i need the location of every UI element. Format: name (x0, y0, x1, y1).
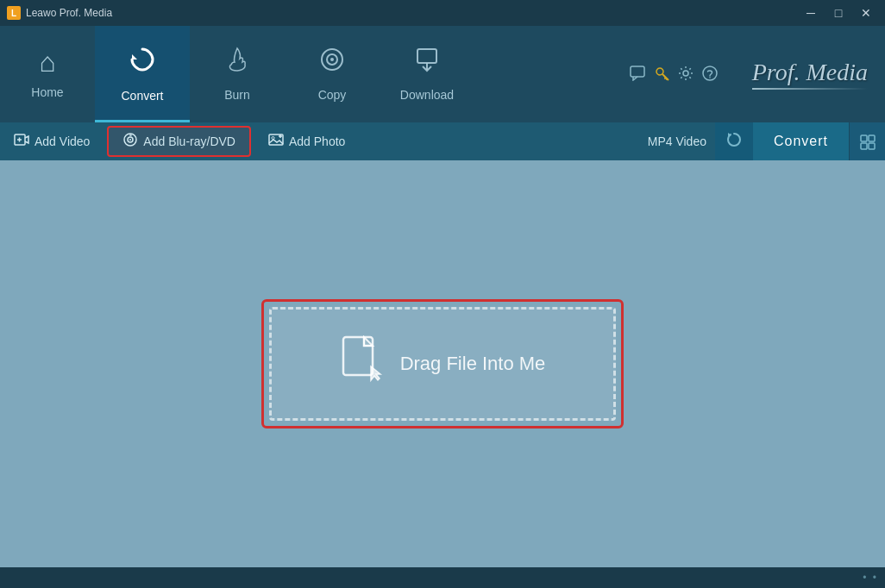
drag-drop-text: Drag File Into Me (400, 353, 546, 375)
add-photo-button[interactable]: Add Photo (254, 122, 359, 160)
brand-logo: Prof. Media (752, 59, 885, 90)
toolbar-row: Add Video Add Blu-ray/DVD Add Photo (0, 122, 885, 160)
add-bluray-button[interactable]: Add Blu-ray/DVD (107, 126, 251, 157)
minimize-button[interactable]: ─ (799, 4, 823, 22)
system-icons (630, 66, 752, 84)
title-bar-controls[interactable]: ─ □ ✕ (799, 4, 878, 22)
nav-label-download: Download (400, 88, 454, 102)
drag-drop-outer: Drag File Into Me (261, 299, 624, 428)
main-area: Drag File Into Me (0, 160, 885, 567)
svg-point-7 (656, 68, 663, 75)
nav-item-copy[interactable]: Copy (285, 26, 380, 122)
svg-point-11 (683, 71, 688, 76)
nav-item-download[interactable]: Download (380, 26, 474, 122)
app-icon: L (7, 6, 21, 20)
maximize-button[interactable]: □ (826, 4, 850, 22)
home-icon: ⌂ (39, 47, 55, 78)
add-photo-icon (268, 132, 284, 151)
title-bar-left: L Leawo Prof. Media (7, 6, 112, 20)
app-title: Leawo Prof. Media (26, 7, 112, 19)
nav-label-convert: Convert (121, 89, 163, 103)
nav-label-burn: Burn (224, 88, 250, 102)
nav-item-convert[interactable]: Convert (95, 26, 190, 122)
status-indicator: • • (863, 572, 878, 584)
svg-point-23 (272, 137, 274, 140)
nav-label-copy: Copy (318, 88, 347, 102)
convert-nav-icon (127, 44, 158, 82)
brand-text: Prof. Media (752, 59, 868, 86)
status-bar: • • (0, 567, 885, 588)
drag-drop-zone[interactable]: Drag File Into Me (269, 307, 616, 421)
top-nav-bar: ⌂ Home Convert Burn (0, 26, 885, 122)
nav-item-burn[interactable]: Burn (190, 26, 285, 122)
key-icon[interactable] (654, 66, 669, 84)
convert-btn-area: Convert (715, 122, 849, 160)
nav-item-home[interactable]: ⌂ Home (0, 26, 95, 122)
convert-button[interactable]: Convert (753, 122, 849, 160)
nav-items: ⌂ Home Convert Burn (0, 26, 474, 122)
svg-rect-27 (861, 135, 867, 141)
svg-rect-6 (631, 66, 644, 77)
add-video-button[interactable]: Add Video (0, 122, 104, 160)
add-photo-label: Add Photo (289, 134, 345, 148)
svg-rect-28 (869, 135, 875, 141)
svg-rect-29 (861, 143, 867, 149)
format-label: MP4 Video (639, 134, 715, 148)
brand-underline (752, 88, 868, 90)
drag-file-icon (340, 335, 385, 393)
copy-icon (317, 45, 347, 81)
svg-point-3 (330, 58, 334, 61)
svg-rect-4 (417, 49, 436, 63)
settings-panel-icon[interactable] (849, 122, 885, 160)
burn-icon (223, 45, 252, 81)
add-bluray-label: Add Blu-ray/DVD (143, 134, 235, 148)
help-icon[interactable] (702, 66, 718, 84)
title-bar: L Leawo Prof. Media ─ □ ✕ (0, 0, 885, 26)
settings-icon[interactable] (678, 66, 694, 84)
add-bluray-icon (122, 132, 138, 151)
nav-label-home: Home (31, 85, 63, 99)
close-button[interactable]: ✕ (854, 4, 878, 22)
svg-marker-0 (132, 54, 137, 59)
add-video-icon (14, 132, 29, 151)
svg-point-13 (709, 77, 711, 78)
add-video-label: Add Video (35, 134, 90, 148)
download-icon (412, 45, 442, 81)
svg-point-19 (129, 139, 131, 141)
chat-icon[interactable] (630, 66, 645, 84)
svg-rect-30 (869, 143, 875, 149)
refresh-icon-wrap[interactable] (715, 131, 753, 153)
